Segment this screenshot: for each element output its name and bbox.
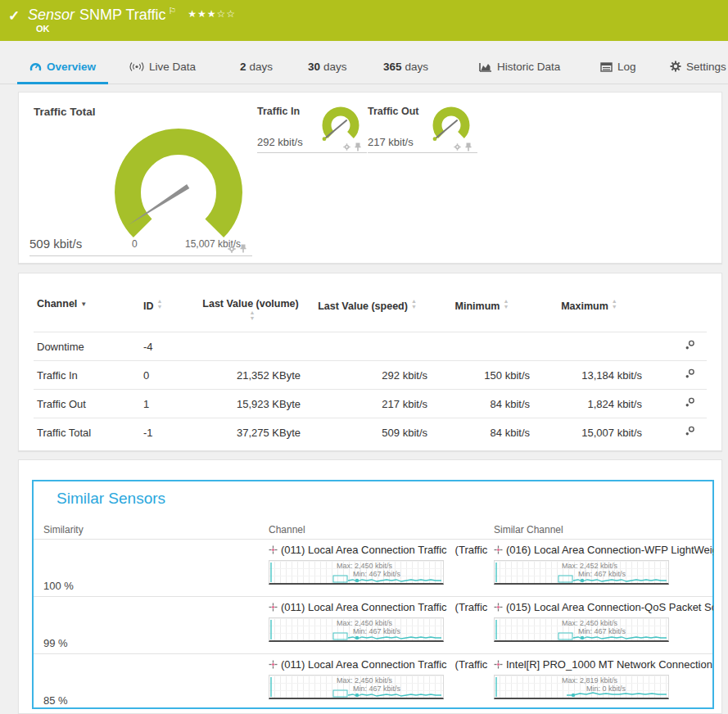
col-channel: Channel bbox=[269, 524, 305, 536]
channel-link[interactable]: (011) Local Area Connection Traffic(Traf… bbox=[269, 544, 488, 558]
similar-channel-link[interactable]: (015) Local Area Connection-QoS Packet S… bbox=[494, 601, 713, 615]
sparkline bbox=[495, 618, 668, 641]
channels-panel: Channel▼ ID▲▼ Last Value (volume)▲▼ Last… bbox=[18, 273, 722, 451]
channel-minigraph[interactable]: Max: 2,450 kbit/s Min: 467 kbit/s bbox=[269, 675, 444, 699]
chart-icon bbox=[479, 61, 492, 72]
channel-speed: 509 kbit/s bbox=[304, 418, 431, 447]
similar-channel-cell: (016) Local Area Connection-WFP LightWei… bbox=[494, 544, 713, 585]
col-last-volume[interactable]: Last Value (volume)▲▼ bbox=[197, 291, 304, 332]
gauge-gear-icon[interactable] bbox=[228, 245, 236, 253]
gauge-gear-icon[interactable] bbox=[454, 143, 461, 151]
col-last-speed[interactable]: Last Value (speed)▲▼ bbox=[304, 291, 431, 332]
channel-settings-icon[interactable] bbox=[685, 426, 695, 436]
sort-icon: ▲▼ bbox=[503, 298, 509, 310]
tab-bar: Overview Live Data 2days 30days 365days … bbox=[0, 52, 728, 84]
similar-channel-minigraph[interactable]: Max: 2,452 kbit/s Min: 467 kbit/s bbox=[494, 560, 669, 585]
pin-icon[interactable] bbox=[465, 142, 472, 151]
pin-icon[interactable] bbox=[240, 244, 246, 253]
channel-settings-icon[interactable] bbox=[685, 368, 695, 379]
channel-speed: 292 kbit/s bbox=[304, 361, 431, 390]
tab-historic-data[interactable]: Historic Data bbox=[479, 52, 560, 84]
channel-settings-icon[interactable] bbox=[685, 397, 695, 408]
similar-sensors-box: Similar Sensors Similarity Channel Simil… bbox=[32, 480, 714, 709]
table-row: Traffic Total -1 37,275 KByte 509 kbit/s… bbox=[34, 418, 707, 447]
traffic-out-block: Traffic Out 217 kbit/s bbox=[368, 106, 477, 155]
flag-icon[interactable]: ⚐ bbox=[168, 6, 176, 16]
table-row: Traffic In 0 21,352 KByte 292 kbit/s 150… bbox=[34, 361, 707, 390]
tab-2-days[interactable]: 2days bbox=[240, 52, 273, 84]
channel-id: 0 bbox=[140, 361, 197, 390]
channel-min: 150 kbit/s bbox=[431, 361, 533, 390]
col-channel[interactable]: Channel▼ bbox=[34, 291, 140, 332]
broadcast-icon bbox=[129, 61, 144, 72]
channel-min: 84 kbit/s bbox=[431, 390, 533, 418]
sensor-name: SNMP Traffic bbox=[79, 7, 165, 23]
gauge-gear-icon[interactable] bbox=[343, 143, 350, 151]
col-minimum[interactable]: Minimum▲▼ bbox=[431, 291, 533, 332]
channel-link[interactable]: (011) Local Area Connection Traffic(Traf… bbox=[269, 658, 488, 672]
channel-id: 1 bbox=[140, 390, 197, 418]
channel-max: 1,824 kbit/s bbox=[533, 390, 645, 418]
similar-row: 100 % (011) Local Area Connection Traffi… bbox=[34, 539, 712, 596]
traffic-total-gauge[interactable] bbox=[97, 114, 260, 253]
channel-cell: (011) Local Area Connection Traffic(Traf… bbox=[269, 658, 488, 699]
move-crosshair-icon bbox=[269, 545, 278, 554]
channel-volume: 37,275 KByte bbox=[197, 418, 304, 447]
traffic-in-label: Traffic In bbox=[257, 106, 300, 117]
channel-name: Traffic Out bbox=[34, 390, 140, 418]
similarity-value: 85 % bbox=[43, 694, 68, 707]
sort-icon: ▲▼ bbox=[157, 298, 163, 310]
status-badge: OK bbox=[36, 24, 50, 34]
channel-min: 84 kbit/s bbox=[431, 418, 533, 447]
move-crosshair-icon bbox=[269, 603, 278, 612]
traffic-total-value: 509 kbit/s bbox=[29, 237, 82, 251]
tab-365-days[interactable]: 365days bbox=[383, 52, 428, 84]
title-prefix: Sensor bbox=[28, 7, 75, 23]
sort-icon: ▲▼ bbox=[411, 298, 417, 310]
sort-icon: ▲▼ bbox=[612, 298, 617, 310]
channel-id: -1 bbox=[140, 418, 197, 447]
channel-name: Downtime bbox=[34, 332, 140, 361]
similarity-value: 100 % bbox=[43, 580, 74, 592]
traffic-out-label: Traffic Out bbox=[368, 106, 419, 117]
tab-overview[interactable]: Overview bbox=[17, 52, 108, 84]
log-icon bbox=[600, 62, 613, 72]
col-similar-channel: Similar Channel bbox=[494, 524, 563, 536]
col-maximum[interactable]: Maximum▲▼ bbox=[533, 291, 645, 332]
divider bbox=[368, 152, 477, 153]
channel-minigraph[interactable]: Max: 2,450 kbit/s Min: 467 kbit/s bbox=[269, 560, 444, 585]
tab-settings[interactable]: Settings bbox=[670, 52, 726, 84]
similar-channel-minigraph[interactable]: Max: 2,450 kbit/s Min: 467 kbit/s bbox=[494, 617, 669, 642]
page-title: SensorSNMP Traffic⚐★★★☆☆ bbox=[28, 6, 236, 24]
similar-channel-link[interactable]: Intel[R] PRO_1000 MT Network Connection(… bbox=[494, 658, 713, 672]
tab-30-days[interactable]: 30days bbox=[308, 52, 347, 84]
sparkline bbox=[269, 561, 443, 584]
channel-link[interactable]: (011) Local Area Connection Traffic(Traf… bbox=[269, 601, 488, 615]
traffic-in-block: Traffic In 292 kbit/s bbox=[257, 106, 367, 155]
channel-settings-icon[interactable] bbox=[685, 340, 695, 350]
similar-sensors-title: Similar Sensors bbox=[57, 490, 165, 508]
channel-max: 13,184 kbit/s bbox=[533, 361, 645, 390]
col-id[interactable]: ID▲▼ bbox=[140, 291, 197, 332]
priority-stars[interactable]: ★★★☆☆ bbox=[188, 8, 236, 20]
channel-minigraph[interactable]: Max: 2,450 kbit/s Min: 467 kbit/s bbox=[269, 617, 444, 642]
tab-log[interactable]: Log bbox=[600, 52, 636, 84]
sensor-header: ✓ SensorSNMP Traffic⚐★★★☆☆ OK bbox=[0, 0, 728, 41]
divider bbox=[29, 255, 252, 256]
channel-name: Traffic Total bbox=[34, 418, 140, 447]
pin-icon[interactable] bbox=[355, 142, 361, 151]
table-row: Traffic Out 1 15,923 KByte 217 kbit/s 84… bbox=[34, 390, 707, 418]
sparkline bbox=[495, 676, 668, 698]
traffic-total-label: Traffic Total bbox=[34, 106, 96, 118]
similar-rows: 100 % (011) Local Area Connection Traffi… bbox=[34, 539, 712, 711]
tab-live-data[interactable]: Live Data bbox=[129, 52, 196, 84]
channel-speed bbox=[304, 332, 431, 361]
status-check-icon: ✓ bbox=[8, 7, 20, 25]
channel-min bbox=[431, 332, 533, 361]
sparkline bbox=[495, 561, 668, 584]
similar-channel-link[interactable]: (016) Local Area Connection-WFP LightWei… bbox=[494, 544, 713, 558]
traffic-out-value: 217 kbit/s bbox=[368, 136, 414, 148]
move-crosshair-icon bbox=[494, 660, 503, 669]
similar-channel-minigraph[interactable]: Max: 2,819 kbit/s Min: 0 kbit/s bbox=[494, 675, 669, 699]
col-similarity: Similarity bbox=[43, 524, 84, 536]
